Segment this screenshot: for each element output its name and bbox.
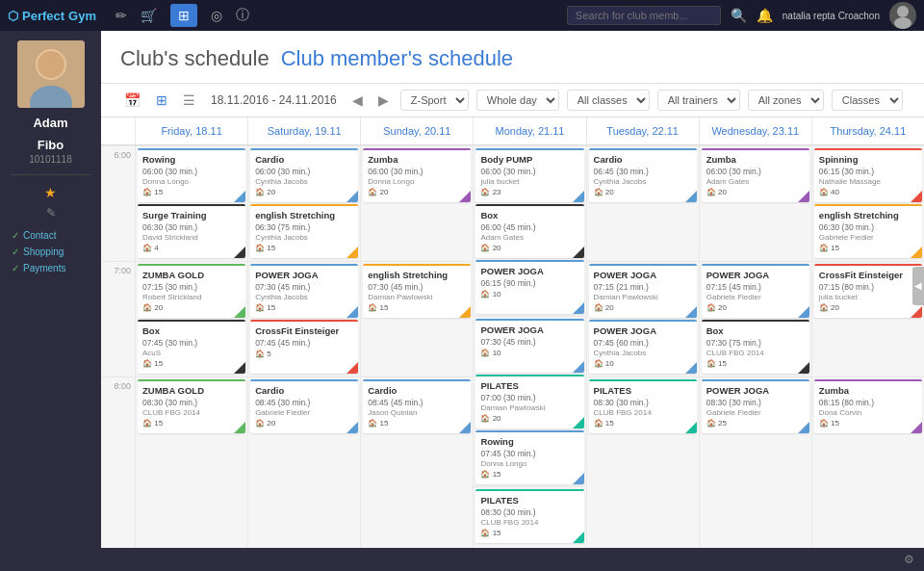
- schedule-container[interactable]: Friday, 18.11 Saturday, 19.11 Sunday, 20…: [101, 117, 924, 548]
- class-spots: 🏠 10: [480, 349, 578, 357]
- page-title-sub[interactable]: Club member's schedule: [281, 46, 513, 71]
- member-first-name: Adam: [33, 116, 67, 130]
- class-card[interactable]: POWER JOGA 08:30 (30 min.) Gabriele Fied…: [702, 379, 809, 433]
- sidebar-link-contact[interactable]: ✓ Contact: [8, 227, 93, 244]
- class-card[interactable]: Cardio 08:45 (45 min.) Jason Quinlan 🏠 1…: [363, 379, 471, 433]
- day-col-fri: Rowing 06:00 (30 min.) Donna Longo 🏠 15 …: [135, 145, 247, 548]
- class-card[interactable]: Cardio 06:45 (30 min.) Cynthia Jacobs 🏠 …: [589, 148, 697, 202]
- day-col-tue: Cardio 06:45 (30 min.) Cynthia Jacobs 🏠 …: [586, 145, 699, 548]
- class-card[interactable]: Box 07:30 (75 min.) CLUB FBG 2014 🏠 15: [702, 320, 809, 374]
- prev-button[interactable]: ◀: [348, 91, 367, 110]
- info-nav-icon[interactable]: ⓘ: [236, 7, 249, 24]
- class-spots: 🏠 10: [480, 290, 578, 298]
- class-card[interactable]: PILATES 08:30 (30 min.) CLUB FBG 2014 🏠 …: [475, 489, 583, 543]
- class-card[interactable]: english Stretching 07:30 (45 min.) Damia…: [363, 264, 471, 318]
- class-time: 07:45 (60 min.): [594, 338, 692, 348]
- class-card[interactable]: Zumba 06:00 (30 min.) Adam Gates 🏠 20: [702, 148, 809, 202]
- sidebar-link-payments[interactable]: ✓ Payments: [8, 260, 93, 276]
- class-spots: 🏠 15: [819, 419, 917, 428]
- class-card[interactable]: CrossFit Einsteiger 07:15 (80 min.) juli…: [814, 264, 922, 318]
- class-time: 07:30 (45 min.): [480, 337, 578, 347]
- class-trainer: Gabriele Fiedler: [255, 408, 353, 417]
- class-name: Box: [142, 325, 241, 337]
- app-logo: ⬡ PerfectGym: [8, 9, 96, 23]
- day-sat-slot-700: POWER JOGA 07:30 (45 min.) Cynthia Jacob…: [248, 261, 360, 376]
- edit-icon[interactable]: ✎: [46, 206, 56, 220]
- grid-icon[interactable]: ⊞: [152, 91, 171, 110]
- class-name: ZUMBA GOLD: [142, 385, 241, 397]
- sidebar-link-shopping[interactable]: ✓ Shopping: [8, 244, 93, 260]
- class-time: 08:45 (45 min.): [368, 398, 466, 407]
- class-spots: 🏠 20: [706, 303, 805, 312]
- class-card[interactable]: Zumba 06:00 (30 min.) Donna Longo 🏠 20: [363, 148, 471, 202]
- calendar-nav-icon[interactable]: ⊞: [170, 4, 197, 27]
- class-card[interactable]: CrossFit Einsteiger 07:45 (45 min.) 🏠 5: [250, 320, 358, 374]
- class-time: 07:15 (30 min.): [142, 282, 241, 292]
- class-card[interactable]: ZUMBA GOLD 07:15 (30 min.) Robert Strick…: [138, 264, 245, 318]
- chart-nav-icon[interactable]: ◎: [211, 8, 222, 23]
- date-range: 18.11.2016 - 24.11.2016: [211, 93, 337, 107]
- class-name: Cardio: [368, 385, 466, 397]
- calendar-icon[interactable]: 📅: [120, 91, 144, 110]
- class-time: 06:00 (30 min.): [706, 167, 805, 176]
- class-card[interactable]: Cardio 08:45 (30 min.) Gabriele Fiedler …: [250, 379, 358, 433]
- view-filter[interactable]: Classes: [832, 90, 903, 111]
- class-card[interactable]: english Stretching 06:30 (75 min.) Cynth…: [250, 204, 358, 258]
- class-name: Box: [480, 210, 578, 221]
- class-card[interactable]: Rowing 06:00 (30 min.) Donna Longo 🏠 15: [138, 148, 245, 202]
- class-name: Cardio: [255, 154, 353, 166]
- sport-filter[interactable]: Z-Sport: [400, 90, 469, 111]
- class-name: Body PUMP: [480, 154, 578, 166]
- class-card[interactable]: POWER JOGA 07:30 (45 min.) Cynthia Jacob…: [250, 264, 358, 318]
- class-card[interactable]: Rowing 07:45 (30 min.) Donna Longo 🏠 15: [475, 430, 583, 484]
- search-input[interactable]: [567, 6, 721, 25]
- class-card[interactable]: english Stretching 06:30 (30 min.) Gabri…: [814, 204, 922, 258]
- search-icon[interactable]: 🔍: [731, 8, 747, 23]
- settings-icon[interactable]: ⚙: [904, 553, 914, 566]
- class-time: 08:30 (30 min.): [142, 398, 241, 407]
- class-card[interactable]: Spinning 06:15 (30 min.) Nathalie Massag…: [814, 148, 922, 202]
- time-filter[interactable]: Whole day: [476, 90, 559, 111]
- class-card[interactable]: Body PUMP 06:00 (30 min.) julia bucket 🏠…: [475, 148, 583, 202]
- cart-nav-icon[interactable]: 🛒: [141, 8, 157, 23]
- trainers-filter[interactable]: All trainers: [657, 90, 740, 111]
- time-600: 6:00: [101, 145, 135, 261]
- side-toggle-button[interactable]: ◀: [912, 267, 924, 305]
- class-card[interactable]: POWER JOGA 07:30 (45 min.) 🏠 10: [475, 319, 583, 373]
- class-trainer: Damian Pawlowski: [480, 403, 578, 412]
- class-card[interactable]: POWER JOGA 07:45 (60 min.) Cynthia Jacob…: [589, 320, 697, 374]
- class-card[interactable]: PILATES 07:00 (30 min.) Damian Pawlowski…: [475, 375, 583, 428]
- bell-icon[interactable]: 🔔: [757, 8, 773, 23]
- class-name: Box: [706, 325, 805, 337]
- class-card[interactable]: POWER JOGA 07:15 (21 min.) Damian Pawlow…: [589, 264, 697, 318]
- user-avatar[interactable]: [889, 2, 916, 29]
- classes-filter[interactable]: All classes: [567, 90, 650, 111]
- class-card[interactable]: Surge Training 06:30 (30 min.) David Str…: [138, 204, 245, 258]
- topnav-right: 🔍 🔔 natalia repta Croachon: [567, 2, 916, 29]
- class-name: POWER JOGA: [706, 270, 805, 281]
- class-card[interactable]: POWER JOGA 07:15 (45 min.) Gabriele Fied…: [702, 264, 809, 318]
- schedule-header: Friday, 18.11 Saturday, 19.11 Sunday, 20…: [101, 117, 924, 145]
- day-header-sun: Sunday, 20.11: [360, 117, 473, 144]
- class-card[interactable]: POWER JOGA 06:15 (90 min.) 🏠 10: [475, 260, 583, 314]
- class-trainer: Adam Gates: [706, 177, 805, 186]
- class-card[interactable]: ZUMBA GOLD 08:30 (30 min.) CLUB FBG 2014…: [138, 379, 245, 433]
- class-card[interactable]: PILATES 08:30 (30 min.) CLUB FBG 2014 🏠 …: [589, 379, 697, 433]
- class-card[interactable]: Cardio 06:00 (30 min.) Cynthia Jacobs 🏠 …: [250, 148, 358, 202]
- class-name: CrossFit Einsteiger: [255, 325, 353, 337]
- class-name: Rowing: [142, 154, 241, 166]
- next-button[interactable]: ▶: [374, 91, 393, 110]
- class-trainer: Cynthia Jacobs: [255, 233, 353, 242]
- list-icon[interactable]: ☰: [179, 91, 199, 110]
- zones-filter[interactable]: All zones: [748, 90, 824, 111]
- class-card[interactable]: Zumba 08:15 (80 min.) Dona Corvin 🏠 15: [814, 379, 922, 433]
- day-mon-slot-800: PILATES 08:30 (30 min.) CLUB FBG 2014 🏠 …: [474, 486, 585, 548]
- svg-point-5: [38, 51, 64, 78]
- class-card[interactable]: Box 06:00 (45 min.) Adam Gates 🏠 20: [475, 204, 583, 258]
- class-trainer: Cynthia Jacobs: [594, 349, 692, 357]
- class-card[interactable]: Box 07:45 (30 min.) AcuS 🏠 15: [138, 320, 245, 374]
- class-trainer: Damian Pawlowski: [594, 293, 692, 301]
- class-trainer: CLUB FBG 2014: [142, 408, 241, 417]
- class-trainer: Dona Corvin: [819, 408, 917, 417]
- pencil-nav-icon[interactable]: ✏: [116, 8, 127, 23]
